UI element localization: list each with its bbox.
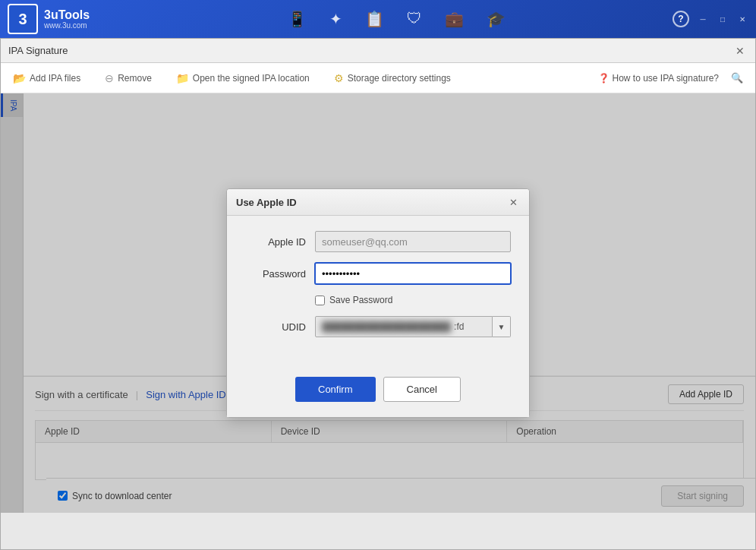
window-title-bar: IPA Signature ✕ [1, 39, 755, 63]
open-signed-button[interactable]: 📁 Open the signed IPA location [172, 69, 314, 87]
modal-footer: Confirm Cancel [227, 368, 529, 417]
titlebar-right: ? ─ □ ✕ [673, 11, 748, 27]
main-window: IPA Signature ✕ 📂 Add IPA files ⊖ Remove… [0, 38, 756, 550]
maximize-button[interactable]: □ [717, 13, 729, 25]
remove-icon: ⊖ [105, 72, 114, 84]
storage-label: Storage directory settings [348, 73, 451, 84]
udid-label: UDID [245, 321, 306, 333]
password-input[interactable] [315, 263, 511, 284]
minimize-button[interactable]: ─ [697, 13, 709, 25]
udid-suffix: :fd [454, 321, 464, 332]
nav-learn-icon[interactable]: 🎓 [487, 10, 506, 28]
nav-apps-icon[interactable]: ✦ [329, 10, 342, 28]
modal-overlay: Use Apple ID ✕ Apple ID Password [1, 93, 755, 513]
how-to-button[interactable]: ❓ How to use IPA signature? [598, 73, 719, 84]
add-ipa-label: Add IPA files [30, 73, 80, 84]
brand-info: 3uTools www.3u.com [44, 8, 90, 30]
brand-name: 3uTools [44, 8, 90, 22]
close-app-button[interactable]: ✕ [736, 13, 748, 25]
apple-id-row: Apple ID [245, 231, 511, 252]
apple-id-input[interactable] [315, 231, 511, 252]
title-bar: 3 3uTools www.3u.com 📱 ✦ 📋 🛡 💼 🎓 ? ─ □ ✕ [0, 0, 756, 38]
open-signed-label: Open the signed IPA location [193, 73, 310, 84]
storage-button[interactable]: ⚙ Storage directory settings [329, 69, 455, 87]
remove-button[interactable]: ⊖ Remove [100, 69, 156, 87]
udid-dropdown-arrow[interactable]: ▼ [493, 316, 511, 337]
udid-wrapper: ████████████████████ :fd ▼ [315, 316, 511, 337]
udid-blurred: ████████████████████ [322, 321, 451, 332]
udid-display: ████████████████████ :fd [315, 316, 493, 337]
modal-header: Use Apple ID ✕ [227, 189, 529, 216]
search-button[interactable]: 🔍 [726, 68, 748, 89]
toolbar-right: ❓ How to use IPA signature? 🔍 [598, 68, 748, 89]
add-ipa-button[interactable]: 📂 Add IPA files [8, 69, 85, 87]
save-password-row: Save Password [315, 295, 511, 305]
window-close-button[interactable]: ✕ [732, 43, 748, 58]
modal-close-button[interactable]: ✕ [506, 195, 520, 209]
password-row: Password [245, 263, 511, 284]
nav-tools-icon[interactable]: 💼 [445, 10, 464, 28]
apple-id-label: Apple ID [245, 236, 306, 248]
modal-title: Use Apple ID [236, 197, 297, 208]
save-password-label: Save Password [329, 295, 392, 305]
gear-icon: ⚙ [334, 72, 344, 84]
save-password-checkbox[interactable] [315, 296, 325, 305]
use-apple-id-modal: Use Apple ID ✕ Apple ID Password [226, 188, 530, 418]
cancel-button[interactable]: Cancel [383, 377, 461, 402]
brand-sub: www.3u.com [44, 21, 90, 30]
app-logo: 3 [8, 4, 38, 34]
remove-label: Remove [118, 73, 152, 84]
nav-files-icon[interactable]: 📋 [365, 10, 384, 28]
add-ipa-icon: 📂 [13, 72, 26, 84]
toolbar: 📂 Add IPA files ⊖ Remove 📁 Open the sign… [1, 63, 755, 93]
modal-body: Apple ID Password Save Password [227, 216, 529, 368]
nav-icons: 📱 ✦ 📋 🛡 💼 🎓 [120, 10, 673, 28]
udid-row: UDID ████████████████████ :fd ▼ [245, 316, 511, 337]
folder-icon: 📁 [176, 72, 189, 84]
nav-phone-icon[interactable]: 📱 [288, 10, 307, 28]
question-icon: ❓ [598, 73, 610, 84]
nav-security-icon[interactable]: 🛡 [407, 10, 422, 28]
main-content: IPA ⊕ Sign with a certificate | Sign wit… [1, 93, 755, 513]
help-icon[interactable]: ? [673, 11, 689, 27]
confirm-button[interactable]: Confirm [295, 377, 376, 402]
window-title: IPA Signature [8, 45, 68, 56]
password-label: Password [245, 268, 306, 280]
